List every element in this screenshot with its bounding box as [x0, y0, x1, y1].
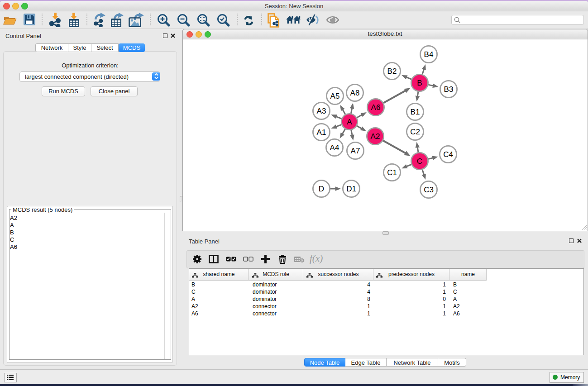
svg-text:C1: C1: [387, 168, 397, 177]
svg-text:A2: A2: [371, 132, 380, 141]
svg-text:C2: C2: [410, 128, 420, 136]
svg-text:B2: B2: [387, 67, 397, 76]
svg-text:A5: A5: [330, 92, 340, 100]
svg-text:B3: B3: [444, 85, 454, 94]
svg-text:A6: A6: [371, 103, 381, 112]
svg-text:A3: A3: [317, 107, 326, 115]
svg-text:C3: C3: [424, 186, 434, 194]
svg-text:A: A: [347, 118, 352, 126]
svg-text:A8: A8: [350, 89, 360, 97]
svg-text:B: B: [417, 79, 422, 87]
svg-text:C4: C4: [443, 150, 453, 159]
svg-text:A4: A4: [330, 143, 339, 152]
svg-text:A1: A1: [317, 128, 326, 137]
svg-text:C: C: [417, 157, 422, 166]
svg-text:D: D: [319, 185, 324, 193]
svg-text:B4: B4: [424, 50, 434, 59]
svg-text:A7: A7: [351, 147, 360, 155]
svg-text:B1: B1: [411, 108, 420, 116]
svg-text:D1: D1: [346, 185, 356, 193]
